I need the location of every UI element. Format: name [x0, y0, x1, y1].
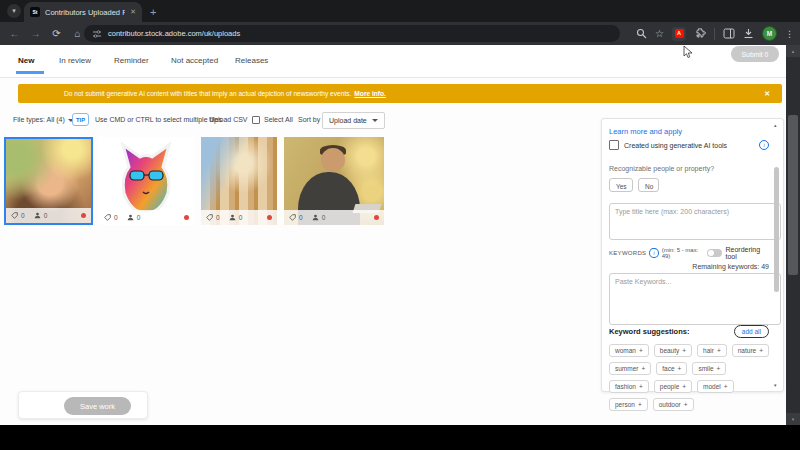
- reload-icon[interactable]: ⟳: [46, 28, 67, 39]
- search-zoom-icon[interactable]: [636, 28, 647, 39]
- metadata-panel: Learn more and apply Created using gener…: [601, 118, 784, 392]
- thumbnail-card-1[interactable]: 0 0: [4, 137, 93, 225]
- add-icon: +: [759, 347, 763, 354]
- keyword-chip[interactable]: hair+: [697, 344, 727, 357]
- thumbnail-meta-bar: 0 0: [201, 210, 277, 225]
- info-icon[interactable]: i: [759, 140, 769, 150]
- panel-scrollbar[interactable]: ▴ ▾: [773, 122, 780, 388]
- keywords-info-icon[interactable]: i: [649, 248, 658, 258]
- reordering-toggle[interactable]: [707, 249, 722, 257]
- chevron-down-icon: [372, 119, 378, 122]
- keyword-chip[interactable]: people+: [654, 380, 692, 393]
- address-bar[interactable]: contributor.stock.adobe.com/uk/uploads: [84, 25, 620, 42]
- keywords-tag-icon: [104, 214, 111, 221]
- url-text: contributor.stock.adobe.com/uk/uploads: [108, 29, 240, 38]
- panel-scroll-up-icon[interactable]: ▴: [774, 122, 777, 128]
- panel-scrollbar-thumb[interactable]: [774, 167, 779, 292]
- adobe-stock-favicon: St: [30, 7, 40, 17]
- keyword-chip[interactable]: smile+: [692, 362, 726, 375]
- browser-menu-icon[interactable]: ⋮: [785, 29, 794, 39]
- downloads-icon[interactable]: [743, 28, 754, 39]
- keyword-chip[interactable]: beauty+: [654, 344, 692, 357]
- keyword-chip[interactable]: person+: [609, 398, 648, 411]
- add-icon: +: [638, 401, 642, 408]
- tab-not-accepted[interactable]: Not accepted: [171, 56, 218, 65]
- person-face: [321, 148, 345, 172]
- bookmark-star-icon[interactable]: ☆: [655, 28, 664, 39]
- tab-releases[interactable]: Releases: [235, 56, 268, 65]
- upload-csv-link[interactable]: Upload CSV: [209, 116, 248, 123]
- keyword-chip[interactable]: face+: [656, 362, 687, 375]
- models-count: 0: [137, 214, 141, 221]
- panel-scroll-down-icon[interactable]: ▾: [774, 382, 777, 388]
- yes-button[interactable]: Yes: [609, 178, 633, 192]
- keywords-tag-icon: [289, 214, 296, 221]
- model-release-icon: [127, 214, 134, 221]
- scrollbar-down-arrow[interactable]: ▾: [786, 413, 800, 425]
- no-button[interactable]: No: [638, 178, 659, 192]
- add-icon: +: [639, 383, 643, 390]
- tab-in-review[interactable]: In review: [59, 56, 91, 65]
- browser-scrollbar-thumb[interactable]: [788, 115, 798, 275]
- side-panel-icon[interactable]: [723, 28, 735, 39]
- file-types-dropdown[interactable]: File types: All (4): [13, 116, 74, 123]
- banner-more-info-link[interactable]: More info.: [354, 90, 386, 97]
- model-release-icon: [312, 214, 319, 221]
- keyword-chip[interactable]: summer+: [609, 362, 651, 375]
- status-dot: [184, 215, 189, 220]
- browser-tab[interactable]: St Contributors Uploaded Files ✕: [24, 2, 142, 22]
- warning-banner: Do not submit generative AI content with…: [18, 84, 782, 103]
- thumbnail-meta-bar: 0 0: [6, 208, 91, 223]
- thumbnail-meta-bar: 0 0: [99, 210, 194, 225]
- models-count: 0: [44, 212, 48, 219]
- add-icon: +: [717, 347, 721, 354]
- tab-reminder[interactable]: Reminder: [114, 56, 149, 65]
- add-icon: +: [682, 383, 686, 390]
- keyword-chip[interactable]: nature+: [732, 344, 769, 357]
- genai-checkbox[interactable]: [609, 140, 619, 150]
- keyword-chip[interactable]: woman+: [609, 344, 649, 357]
- sort-value: Upload date: [329, 117, 367, 124]
- browser-tab-strip: ▾ St Contributors Uploaded Files ✕ +: [0, 0, 800, 22]
- paste-keywords-input[interactable]: [609, 273, 781, 325]
- learn-more-link[interactable]: Learn more and apply: [609, 127, 769, 136]
- keywords-count: 0: [21, 212, 25, 219]
- keywords-tag-icon: [206, 214, 213, 221]
- tab-new[interactable]: New: [18, 56, 34, 65]
- keyword-chip-list: woman+ beauty+ hair+ nature+ summer+ fac…: [609, 344, 769, 411]
- thumbnail-card-3[interactable]: 0 0: [201, 137, 277, 225]
- select-all-checkbox[interactable]: [252, 116, 260, 124]
- status-dot: [267, 215, 272, 220]
- extensions-puzzle-icon[interactable]: [694, 28, 706, 40]
- title-input[interactable]: [609, 203, 781, 240]
- thumbnail-card-2[interactable]: 0 0: [99, 137, 194, 225]
- keyword-chip[interactable]: model+: [697, 380, 734, 393]
- site-info-icon[interactable]: [92, 29, 102, 39]
- submit-files-button[interactable]: Submit 0 files: [731, 46, 779, 62]
- keyword-chip[interactable]: outdoor+: [653, 398, 694, 411]
- thumbnail-card-4[interactable]: 0 0: [284, 137, 384, 225]
- add-all-button[interactable]: add all: [734, 325, 769, 338]
- toolbar-right-icons: ☆ A M ⋮: [636, 22, 794, 45]
- letterbox-bar: [0, 425, 800, 450]
- tab-search-icon[interactable]: ▾: [7, 4, 21, 18]
- scrollbar-up-arrow[interactable]: ▴: [786, 45, 800, 57]
- select-all-label[interactable]: Select All: [264, 116, 293, 123]
- keyword-chip[interactable]: fashion+: [609, 380, 649, 393]
- save-work-button[interactable]: Save work: [64, 397, 131, 415]
- forward-icon[interactable]: →: [25, 28, 46, 39]
- banner-close-icon[interactable]: ✕: [764, 90, 770, 98]
- tab-close-icon[interactable]: ✕: [130, 8, 136, 16]
- back-icon[interactable]: ←: [4, 28, 25, 39]
- tip-text: Use CMD or CTRL to select multiple files: [95, 116, 222, 123]
- add-icon: +: [641, 365, 645, 372]
- models-count: 0: [239, 214, 243, 221]
- keywords-count: 0: [114, 214, 118, 221]
- new-tab-button[interactable]: +: [150, 5, 156, 19]
- mouse-cursor: [683, 45, 694, 59]
- profile-avatar[interactable]: M: [762, 26, 777, 41]
- add-icon: +: [639, 347, 643, 354]
- sort-dropdown[interactable]: Upload date: [322, 112, 385, 129]
- save-work-card: Save work: [18, 391, 148, 419]
- adobe-extension-icon[interactable]: A: [672, 27, 686, 41]
